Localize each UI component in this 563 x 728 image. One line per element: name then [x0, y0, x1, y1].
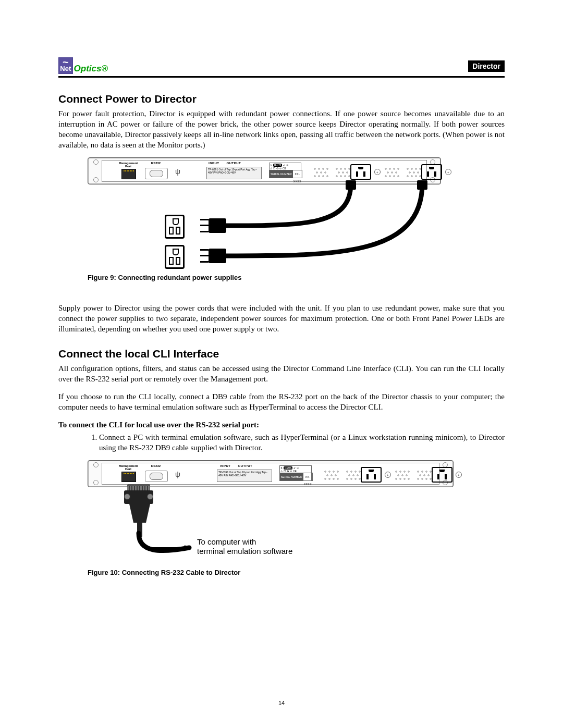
logo-optics-text: Optics® — [74, 64, 108, 73]
label-rs232: RS232 — [148, 162, 164, 165]
figure-9-scene: Management Port RS232 ψ INPUT OUTPUT TP-… — [88, 157, 440, 269]
wall-outlet-2-icon — [165, 245, 185, 269]
page-header: Net Optics® Director — [58, 57, 505, 77]
serial-block: SERIAL NUMBER XX-XXXX — [279, 473, 313, 481]
document-title-badge: Director — [468, 60, 505, 72]
rs232-port-icon — [145, 471, 168, 482]
serial-val: XX-XXXX — [293, 170, 302, 178]
io-labels: INPUT OUTPUT — [209, 162, 241, 165]
document-page: Net Optics® Director Connect Power to Di… — [0, 0, 563, 728]
io-labels: INPUT OUTPUT — [220, 464, 252, 467]
management-port-icon — [121, 472, 136, 482]
vent-icon — [383, 166, 401, 181]
label-input: INPUT — [220, 464, 231, 467]
figure-10-caption: Figure 10: Connecting RS-232 Cable to Di… — [88, 569, 505, 577]
chassis-inner: Management Port RS232 ψ INPUT OUTPUT TP-… — [102, 463, 439, 485]
vent-icon — [334, 166, 352, 181]
page-content: Connect Power to Director For power faul… — [58, 93, 505, 577]
logo-mark-icon: Net — [58, 57, 73, 74]
serial-key: SERIAL NUMBER — [280, 473, 303, 480]
vent-icon — [415, 468, 434, 484]
director-chassis-rear: Management Port RS232 ψ INPUT OUTPUT TP-… — [88, 460, 454, 487]
serial-block: SERIAL NUMBER XX-XXXX — [269, 170, 302, 178]
vent-icon — [322, 468, 341, 484]
cli-para-2: If you choose to run the CLI locally, co… — [58, 391, 505, 412]
label-rs232: RS232 — [148, 464, 164, 467]
page-number: 14 — [0, 700, 563, 706]
power-inlet-b-icon — [432, 467, 452, 483]
figure-9-caption: Figure 9: Connecting redundant power sup… — [88, 274, 505, 282]
label-output: OUTPUT — [227, 162, 241, 165]
vent-icon — [344, 468, 363, 484]
heading-connect-power: Connect Power to Director — [58, 93, 505, 105]
ground-icon: ⏚ — [445, 169, 451, 175]
figure-10-scene: Management Port RS232 ψ INPUT OUTPUT TP-… — [88, 460, 452, 564]
serial-key: SERIAL NUMBER — [270, 170, 293, 178]
rs232-port-icon — [145, 168, 168, 179]
cli-step-1: Connect a PC with terminal emulation sof… — [99, 432, 505, 453]
usb-icon: ψ — [172, 166, 183, 177]
power-inlet-a-icon — [361, 467, 382, 483]
model-info-block: TP-6391 Out of Tap 10-port Port Agg Tap … — [206, 167, 262, 179]
svg-marker-3 — [185, 545, 190, 550]
cli-subhead: To connect the CLI for local use over th… — [58, 419, 505, 430]
ground-icon: ⏚ — [456, 472, 462, 478]
power-para-2: Supply power to Director using the power… — [58, 303, 505, 334]
vent-icon — [393, 468, 412, 484]
label-mgmt-port: Management Port — [118, 162, 139, 168]
serial-val: XX-XXXX — [303, 473, 312, 480]
figure-10: Management Port RS232 ψ INPUT OUTPUT TP-… — [88, 460, 505, 564]
annot-line2: terminal emulation software — [197, 547, 292, 556]
annot-line1: To computer with — [197, 537, 256, 546]
label-output: OUTPUT — [238, 464, 253, 467]
psu-a: ⏚ — [319, 466, 386, 482]
psu-b: ⏚ — [390, 466, 457, 482]
cli-steps: Connect a PC with terminal emulation sof… — [88, 432, 505, 453]
netoptics-logo: Net Optics® — [58, 56, 108, 74]
chassis-inner: Management Port RS232 ψ INPUT OUTPUT TP-… — [102, 160, 427, 182]
management-port-icon — [121, 169, 136, 179]
usb-icon: ψ — [172, 468, 183, 480]
model-info-block: TP-6391 Out of Tap 10-port Port Agg Tap … — [217, 470, 272, 482]
heading-connect-cli: Connect the local CLI Interface — [58, 348, 505, 360]
psu-a: ⏚ — [309, 164, 375, 179]
cli-para-1: All configuration options, filters, and … — [58, 363, 505, 384]
db9-connector-icon — [124, 490, 155, 520]
power-inlet-b-icon — [421, 164, 442, 180]
psu-b: ⏚ — [380, 164, 446, 179]
vent-icon — [312, 166, 331, 181]
figure-10-annotation: To computer with terminal emulation soft… — [197, 537, 292, 556]
wall-outlet-1-icon — [165, 215, 185, 239]
label-input: INPUT — [209, 162, 219, 165]
plug-2-icon — [209, 249, 226, 263]
power-inlet-a-icon — [350, 164, 371, 180]
plug-1-icon — [209, 218, 226, 233]
power-para-1: For power fault protection, Director is … — [58, 108, 505, 150]
vent-icon — [405, 166, 423, 181]
header-rule — [58, 76, 505, 78]
logo-net-text: Net — [60, 65, 71, 72]
figure-9: Management Port RS232 ψ INPUT OUTPUT TP-… — [88, 157, 505, 269]
label-mgmt-port: Management Port — [118, 464, 139, 471]
director-chassis-rear: Management Port RS232 ψ INPUT OUTPUT TP-… — [88, 157, 441, 184]
